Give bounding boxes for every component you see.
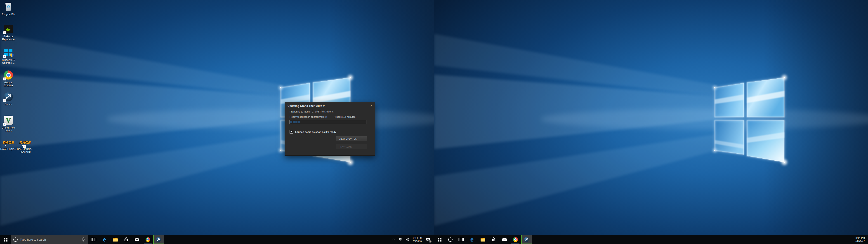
taskbar-app-edge[interactable]: e xyxy=(467,235,477,244)
wifi-icon[interactable] xyxy=(398,238,403,241)
desktop-icon-rageplugin-shortcut[interactable]: RAGE★ ↗ RAGEPlugin... - Shortcut xyxy=(17,139,33,153)
steam-download-progress xyxy=(521,235,522,244)
microphone-icon[interactable] xyxy=(81,237,86,242)
view-updates-button[interactable]: VIEW UPDATES xyxy=(336,136,367,141)
clock-date: 7/8/2017 xyxy=(412,240,422,242)
cortana-icon xyxy=(448,238,453,242)
shortcut-arrow-icon: ↗ xyxy=(3,78,6,81)
shortcut-arrow-icon: ↗ xyxy=(3,99,6,102)
desktop-icon-label: Windows 10 Upgrade ... xyxy=(0,59,17,64)
clock[interactable]: 8:14 PM 7/8/2017 xyxy=(855,237,865,242)
uac-shield-icon xyxy=(10,53,14,57)
launch-checkbox-label: Launch game as soon as it's ready xyxy=(295,130,336,133)
desktop-icon-geforce-experience[interactable]: ↗ GeForce Experience xyxy=(0,24,17,41)
taskbar-app-chrome[interactable] xyxy=(510,235,521,244)
taskbar-app-file-explorer[interactable] xyxy=(477,235,488,244)
taskbar-app-mail[interactable] xyxy=(131,235,143,244)
progress-bar xyxy=(289,120,366,124)
dialog-eta-label: Ready to launch in approximately: xyxy=(289,116,327,118)
desktop-icon-windows-10-upgrade[interactable]: ↗ Windows 10 Upgrade ... xyxy=(0,47,17,64)
taskbar-app-steam[interactable] xyxy=(521,235,532,244)
wallpaper-right xyxy=(434,0,868,235)
desktop-icon-grand-theft-auto-v[interactable]: V ↗ Grand Theft Auto V xyxy=(0,115,17,132)
progress-segment xyxy=(296,121,298,123)
taskbar-primary: Type here to search e xyxy=(0,235,434,244)
desktop-icon-label: RAGEPlugin... xyxy=(0,148,17,150)
progress-segment xyxy=(290,121,292,123)
desktop-icon-label: Recycle Bin xyxy=(0,13,17,16)
taskbar-app-mail[interactable] xyxy=(499,235,510,244)
mail-icon xyxy=(134,238,140,241)
chrome-icon xyxy=(146,237,150,242)
clock[interactable]: 8:14 PM 7/8/2017 xyxy=(412,237,422,242)
steam-update-dialog: Updating Grand Theft Auto V ✕ Preparing … xyxy=(285,102,375,156)
launch-checkbox[interactable]: ✔ xyxy=(289,130,293,133)
desktop-icon-rageplugin[interactable]: RAGE★ RAGEPlugin... xyxy=(0,139,17,150)
task-view-icon xyxy=(91,238,96,242)
desktop-icon-label: Grand Theft Auto V xyxy=(0,126,17,132)
action-center-button[interactable]: 3 xyxy=(425,237,431,242)
desktop-icon-label: RAGEPlugin... - Shortcut xyxy=(17,148,33,153)
microsoft-store-icon xyxy=(124,237,129,242)
edge-icon: e xyxy=(470,237,473,242)
task-view-button[interactable] xyxy=(88,235,99,244)
shortcut-arrow-icon: ↗ xyxy=(3,31,6,34)
edge-icon: e xyxy=(103,237,106,242)
file-explorer-icon xyxy=(480,238,485,242)
shortcut-arrow-icon: ↗ xyxy=(23,145,26,148)
tray-chevron-up-icon[interactable] xyxy=(392,238,395,241)
taskbar-secondary: e xyxy=(434,235,868,244)
system-tray: 8:14 PM 7/8/2017 xyxy=(855,235,868,244)
clock-date: 7/8/2017 xyxy=(855,240,865,242)
volume-icon[interactable] xyxy=(405,238,410,241)
notification-badge: 3 xyxy=(429,240,432,243)
rage-logo-icon: RAGE★ xyxy=(3,140,14,146)
dialog-title-bar[interactable]: Updating Grand Theft Auto V xyxy=(287,104,325,108)
taskbar-app-steam[interactable] xyxy=(153,235,164,244)
windows-logo-icon xyxy=(4,238,7,242)
steam-download-progress xyxy=(153,235,154,244)
system-tray: 8:14 PM 7/8/2017 3 xyxy=(392,235,434,244)
taskbar-app-microsoft-store[interactable] xyxy=(488,235,499,244)
recycle-bin-icon: ♻ xyxy=(5,3,12,11)
taskbar-app-chrome[interactable] xyxy=(143,235,153,244)
taskbar-app-microsoft-store[interactable] xyxy=(121,235,131,244)
progress-segment xyxy=(293,121,295,123)
search-input[interactable]: Type here to search xyxy=(11,235,88,244)
task-view-button[interactable] xyxy=(456,235,467,244)
microsoft-store-icon xyxy=(491,237,496,242)
steam-icon xyxy=(524,237,529,242)
file-explorer-icon xyxy=(113,238,118,242)
desktop-icon-label: Steam xyxy=(0,103,17,106)
mail-icon xyxy=(502,238,507,241)
taskbar-app-edge[interactable]: e xyxy=(99,235,110,244)
progress-segment xyxy=(298,121,300,123)
desktop-icon-recycle-bin[interactable]: ♻ Recycle Bin xyxy=(0,1,17,16)
desktop-icon-steam[interactable]: ↗ Steam xyxy=(0,91,17,106)
close-icon[interactable]: ✕ xyxy=(370,104,373,107)
start-button[interactable] xyxy=(0,235,11,244)
desktop-icon-google-chrome[interactable]: ↗ Google Chrome xyxy=(0,69,17,87)
task-view-icon xyxy=(458,238,464,242)
shortcut-arrow-icon: ↗ xyxy=(3,123,6,126)
clock-time: 8:14 PM xyxy=(412,237,422,240)
start-button[interactable] xyxy=(434,235,445,244)
windows-logo-icon xyxy=(438,238,441,242)
desktop-icon-label: Google Chrome xyxy=(0,81,17,87)
shortcut-arrow-icon: ↗ xyxy=(3,55,6,58)
steam-icon xyxy=(156,237,161,242)
rage-logo-icon: RAGE★ xyxy=(20,140,31,146)
dialog-status-text: Preparing to launch Grand Theft Auto V. xyxy=(289,110,333,113)
chrome-icon xyxy=(513,237,518,242)
clock-time: 8:14 PM xyxy=(855,237,865,240)
dual-monitor-desktop: ♻ Recycle Bin ↗ GeForce Experience xyxy=(0,0,868,244)
desktop-icon-label: GeForce Experience xyxy=(0,35,17,41)
monitor-left: ♻ Recycle Bin ↗ GeForce Experience xyxy=(0,0,434,244)
cortana-search-button[interactable] xyxy=(445,235,456,244)
play-game-button[interactable]: PLAY GAME xyxy=(336,144,367,149)
taskbar-app-file-explorer[interactable] xyxy=(110,235,121,244)
search-placeholder: Type here to search xyxy=(20,238,79,241)
cortana-icon xyxy=(13,238,18,242)
windows-hero-wallpaper xyxy=(434,0,868,235)
dialog-eta-value: 4 hours 14 minutes xyxy=(334,116,355,118)
